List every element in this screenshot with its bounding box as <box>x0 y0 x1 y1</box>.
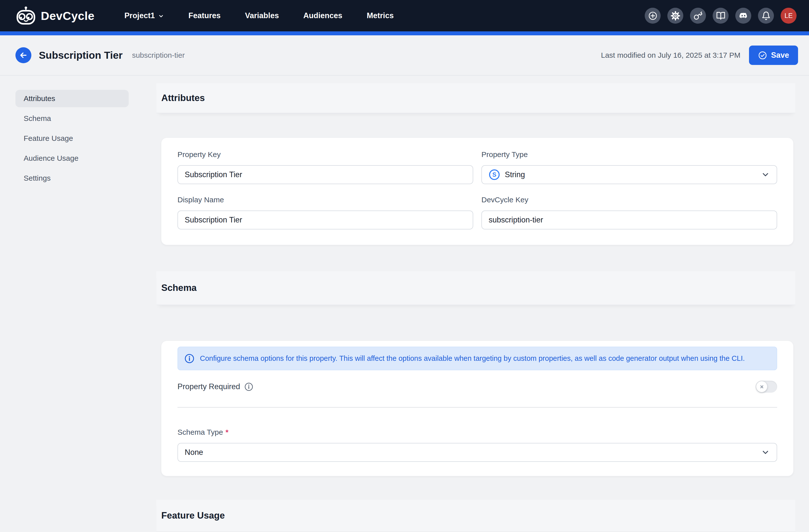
toggle-knob <box>756 381 767 392</box>
property-key-field: Property Key <box>177 150 473 184</box>
string-type-icon: S <box>489 169 500 180</box>
property-type-value: String <box>505 170 525 179</box>
nav-variables[interactable]: Variables <box>245 11 279 20</box>
notifications-button[interactable] <box>758 8 774 24</box>
key-icon <box>693 11 703 20</box>
chevron-down-icon <box>761 170 770 179</box>
last-modified-text: Last modified on July 16, 2025 at 3:17 P… <box>601 51 740 59</box>
info-circle-icon <box>185 354 194 363</box>
devcycle-property-page: DevCycle Project1 Features Variables Aud… <box>0 0 809 532</box>
book-icon <box>716 11 725 20</box>
accent-bar <box>0 31 809 35</box>
devcycle-key-input[interactable] <box>481 211 777 229</box>
schema-info-banner: Configure schema options for this proper… <box>177 347 777 370</box>
chevron-down-icon <box>158 12 164 19</box>
nav-metrics-label: Metrics <box>367 11 394 20</box>
svg-text:S: S <box>493 171 496 178</box>
save-button-label: Save <box>771 51 789 60</box>
page-title: Subscription Tier <box>39 50 122 61</box>
display-name-field: Display Name <box>177 196 473 229</box>
sidebar-item-audience-usage[interactable]: Audience Usage <box>15 149 129 167</box>
docs-button[interactable] <box>713 8 728 24</box>
devcycle-robot-icon <box>16 6 36 25</box>
sidebar-item-feature-usage[interactable]: Feature Usage <box>15 130 129 147</box>
schema-type-field: Schema Type* None <box>177 428 777 462</box>
nav-project-selector[interactable]: Project1 <box>124 11 164 20</box>
nav-audiences-label: Audiences <box>303 11 342 20</box>
back-button[interactable] <box>15 47 31 63</box>
required-asterisk: * <box>225 428 228 436</box>
schema-type-select[interactable]: None <box>177 443 777 462</box>
check-circle-icon <box>758 51 767 60</box>
navbar-actions: LE <box>645 8 796 24</box>
arrow-left-icon <box>19 51 28 60</box>
nav-variables-label: Variables <box>245 11 279 20</box>
gear-icon <box>671 11 680 20</box>
attributes-heading: Attributes <box>161 93 205 103</box>
schema-type-label: Schema Type* <box>177 428 777 437</box>
schema-info-text: Configure schema options for this proper… <box>200 354 745 362</box>
nav-metrics[interactable]: Metrics <box>367 11 394 20</box>
sidebar-item-settings[interactable]: Settings <box>15 170 129 187</box>
schema-divider <box>177 407 777 408</box>
page-header: Subscription Tier subscription-tier Last… <box>0 35 809 75</box>
x-icon <box>759 385 764 389</box>
attributes-card: Property Key Property Type S String Disp… <box>161 138 793 245</box>
main-nav: Project1 Features Variables Audiences Me… <box>124 11 394 20</box>
property-side-nav: Attributes Schema Feature Usage Audience… <box>15 90 129 189</box>
nav-audiences[interactable]: Audiences <box>303 11 342 20</box>
sidebar-item-schema[interactable]: Schema <box>15 110 129 127</box>
property-type-select[interactable]: S String <box>481 165 777 184</box>
top-navbar: DevCycle Project1 Features Variables Aud… <box>0 0 809 31</box>
schema-type-value: None <box>185 448 203 457</box>
info-circle-icon[interactable] <box>244 382 253 391</box>
devcycle-key-field: DevCycle Key <box>481 196 777 229</box>
devcycle-key-label: DevCycle Key <box>481 196 777 204</box>
create-new-button[interactable] <box>645 8 661 24</box>
header-divider <box>0 75 809 76</box>
property-key-text: subscription-tier <box>132 51 185 59</box>
feature-usage-heading: Feature Usage <box>161 510 225 521</box>
devcycle-logo-text: DevCycle <box>41 9 94 23</box>
feature-usage-section-header: Feature Usage <box>156 500 795 532</box>
property-key-label: Property Key <box>177 150 473 159</box>
settings-button[interactable] <box>667 8 683 24</box>
nav-features[interactable]: Features <box>188 11 221 20</box>
bell-icon <box>761 11 771 20</box>
property-type-label: Property Type <box>481 150 777 159</box>
discord-button[interactable] <box>735 8 751 24</box>
schema-heading: Schema <box>161 283 197 293</box>
api-keys-button[interactable] <box>690 8 706 24</box>
property-key-input[interactable] <box>177 165 473 184</box>
nav-project-label: Project1 <box>124 11 155 20</box>
property-required-row: Property Required <box>177 381 777 393</box>
devcycle-logo[interactable]: DevCycle <box>16 6 94 25</box>
user-avatar[interactable]: LE <box>781 8 796 24</box>
save-button[interactable]: Save <box>749 46 798 65</box>
schema-card: Configure schema options for this proper… <box>161 341 793 476</box>
attributes-section-header: Attributes <box>156 83 795 113</box>
display-name-input[interactable] <box>177 211 473 229</box>
property-type-field: Property Type S String <box>481 150 777 184</box>
display-name-label: Display Name <box>177 196 473 204</box>
sidebar-item-attributes[interactable]: Attributes <box>15 90 129 107</box>
chevron-down-icon <box>761 448 770 457</box>
property-required-toggle[interactable] <box>756 381 777 393</box>
nav-features-label: Features <box>188 11 221 20</box>
discord-icon <box>739 11 748 20</box>
property-required-label: Property Required <box>177 382 240 391</box>
schema-section-header: Schema <box>156 271 795 305</box>
plus-circle-icon <box>648 11 657 20</box>
